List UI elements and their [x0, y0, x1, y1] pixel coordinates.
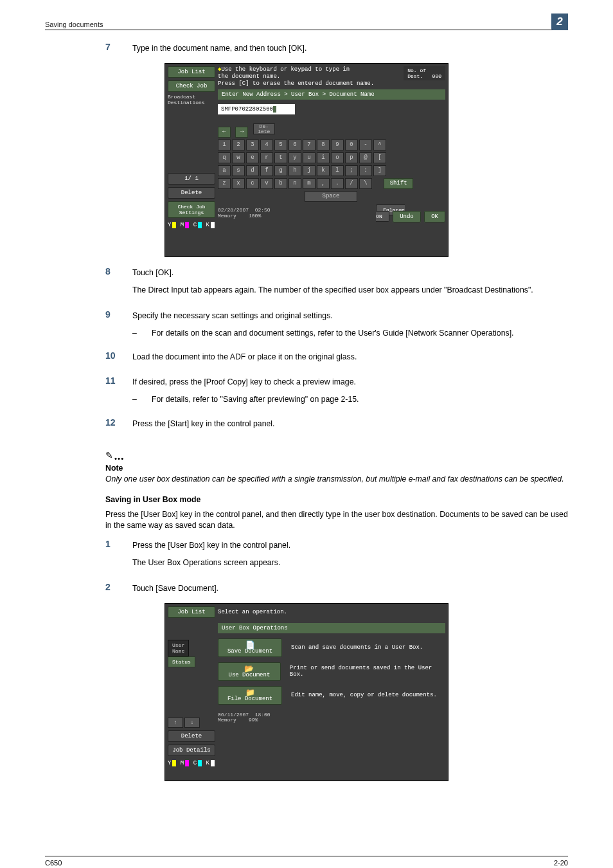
user-tab[interactable]: User Name: [168, 640, 189, 656]
ok-button[interactable]: OK: [424, 211, 445, 222]
keyboard-screenshot: Job List Check Job Broadcast Destination…: [164, 63, 449, 257]
key[interactable]: 0: [345, 140, 358, 150]
key[interactable]: x: [232, 178, 245, 189]
undo-button[interactable]: Undo: [393, 211, 421, 222]
op-desc: Edit name, move, copy or delete document…: [291, 692, 437, 698]
document-name-input[interactable]: SMFP07022802500: [218, 104, 295, 114]
key[interactable]: h: [289, 165, 301, 176]
check-job-button[interactable]: Check Job: [168, 80, 215, 92]
step-text: Touch [OK].: [132, 267, 568, 278]
step-number: 7: [45, 42, 129, 60]
key[interactable]: n: [289, 178, 301, 189]
step-text: Load the document into the ADF or place …: [132, 352, 568, 363]
footer-page: 2-20: [554, 859, 568, 867]
save-document-button[interactable]: 📄Save Document: [218, 638, 282, 657]
key[interactable]: v: [260, 178, 273, 189]
key[interactable]: :: [359, 165, 372, 176]
key[interactable]: .: [331, 178, 344, 189]
key[interactable]: l: [331, 165, 344, 176]
use-icon: 📂: [244, 664, 254, 674]
step-subtext: For details on the scan and document set…: [152, 328, 568, 339]
space-key[interactable]: Space: [305, 191, 357, 202]
step-text: Press the [Start] key in the control pan…: [132, 419, 568, 429]
key[interactable]: 9: [331, 140, 344, 150]
job-list-button[interactable]: Job List: [168, 66, 215, 78]
step-number: 9: [45, 309, 129, 344]
right-arrow-key[interactable]: →: [235, 127, 248, 138]
step-text: Type in the document name, and then touc…: [132, 43, 568, 54]
step-text: If desired, press the [Proof Copy] key t…: [132, 377, 568, 388]
key[interactable]: f: [260, 165, 273, 176]
key[interactable]: 4: [260, 140, 273, 150]
shift-key[interactable]: Shift: [384, 178, 413, 189]
key[interactable]: m: [303, 178, 315, 189]
key[interactable]: 7: [303, 140, 315, 150]
key[interactable]: w: [232, 152, 245, 163]
key[interactable]: z: [218, 178, 231, 189]
delete-button[interactable]: Delete: [168, 730, 215, 742]
key[interactable]: c: [246, 178, 259, 189]
key[interactable]: 2: [232, 140, 245, 150]
job-details-button[interactable]: Job Details: [168, 745, 215, 756]
key[interactable]: ,: [317, 178, 330, 189]
section-para: Press the [User Box] key in the control …: [105, 509, 568, 531]
key[interactable]: r: [260, 152, 273, 163]
step-text: Touch [Save Document].: [132, 583, 568, 594]
key[interactable]: 1: [218, 140, 231, 150]
key[interactable]: 5: [274, 140, 287, 150]
toner-levels: Y M C K: [168, 222, 215, 228]
key[interactable]: u: [303, 152, 315, 163]
key[interactable]: g: [274, 165, 287, 176]
step-subtext: For details, refer to "Saving after prev…: [152, 394, 568, 405]
step-number: 11: [45, 375, 129, 410]
dest-count: No. of Dest. 000: [404, 66, 445, 80]
panel-title-bar: User Box Operations: [218, 623, 445, 633]
note-icon: ✎•••: [105, 450, 568, 462]
key[interactable]: [: [373, 152, 386, 163]
check-settings-button[interactable]: Check Job Settings: [168, 201, 215, 218]
up-arrow[interactable]: ↑: [168, 718, 183, 728]
status-tab[interactable]: Status: [168, 656, 195, 667]
key[interactable]: /: [345, 178, 358, 189]
key[interactable]: s: [232, 165, 245, 176]
key[interactable]: 3: [246, 140, 259, 150]
key[interactable]: ;: [345, 165, 358, 176]
step-number: 8: [45, 266, 129, 302]
job-list-button[interactable]: Job List: [168, 606, 215, 618]
file-document-button[interactable]: 📁File Document: [218, 686, 282, 705]
key[interactable]: ]: [373, 165, 386, 176]
key[interactable]: 8: [317, 140, 330, 150]
key[interactable]: -: [359, 140, 372, 150]
key[interactable]: t: [274, 152, 287, 163]
key[interactable]: \: [359, 178, 372, 189]
chapter-badge: 2: [551, 14, 568, 30]
broadcast-label: Broadcast Destinations: [168, 95, 215, 106]
down-arrow[interactable]: ↓: [184, 718, 200, 728]
key[interactable]: e: [246, 152, 259, 163]
key[interactable]: q: [218, 152, 231, 163]
key[interactable]: i: [317, 152, 330, 163]
key[interactable]: p: [345, 152, 358, 163]
step-number: 1: [45, 539, 129, 575]
key[interactable]: y: [289, 152, 301, 163]
delete-key[interactable]: De- lete: [253, 123, 275, 134]
key[interactable]: @: [359, 152, 372, 163]
step-text: The Direct Input tab appears again. The …: [132, 285, 568, 296]
step-number: 10: [45, 350, 129, 369]
step-number: 12: [45, 417, 129, 436]
key[interactable]: 6: [289, 140, 301, 150]
key[interactable]: j: [303, 165, 315, 176]
key[interactable]: k: [317, 165, 330, 176]
key[interactable]: ^: [373, 140, 386, 150]
status-info: 06/11/2007 18:00 Memory 99%: [218, 712, 271, 724]
key[interactable]: d: [246, 165, 259, 176]
left-arrow-key[interactable]: ←: [218, 127, 231, 138]
delete-button[interactable]: Delete: [168, 187, 215, 199]
use-document-button[interactable]: 📂Use Document: [218, 662, 281, 681]
page-indicator: 1/ 1: [168, 173, 215, 185]
section-heading: Saving in User Box mode: [105, 495, 568, 504]
key[interactable]: b: [274, 178, 287, 189]
header-section: Saving documents: [45, 21, 103, 28]
key[interactable]: a: [218, 165, 231, 176]
key[interactable]: o: [331, 152, 344, 163]
